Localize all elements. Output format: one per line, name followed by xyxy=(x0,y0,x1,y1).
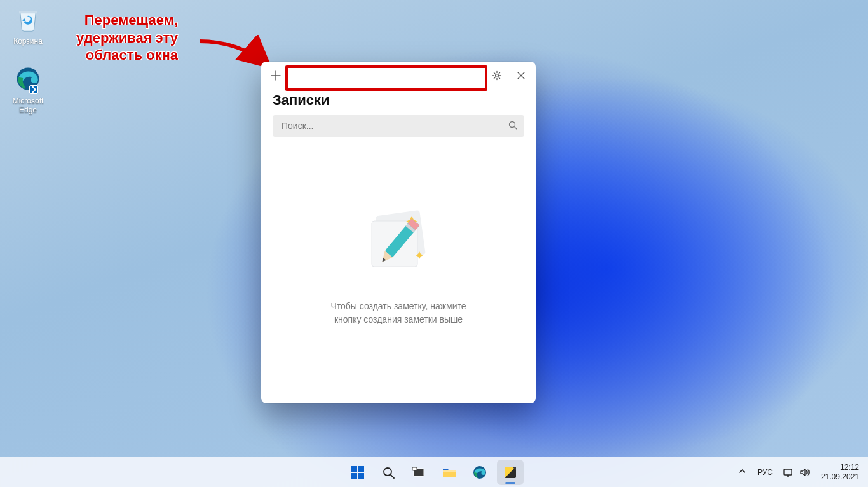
new-note-button[interactable] xyxy=(265,65,287,86)
edge-icon xyxy=(13,63,43,94)
tray-clock[interactable]: 12:12 21.09.2021 xyxy=(816,463,859,481)
taskbar: РУС 12:12 21.09.2021 xyxy=(0,457,868,487)
search-input[interactable] xyxy=(280,120,503,131)
tray-overflow-button[interactable] xyxy=(733,467,751,477)
svg-rect-17 xyxy=(443,470,456,472)
gear-icon xyxy=(492,70,502,81)
svg-point-2 xyxy=(510,122,515,128)
close-icon xyxy=(517,71,526,80)
taskbar-center-group xyxy=(344,460,524,485)
empty-state-text: кнопку создания заметки выше xyxy=(334,313,463,326)
desktop-icon-edge[interactable]: Microsoft Edge xyxy=(4,63,52,115)
taskbar-search-button[interactable] xyxy=(375,460,402,485)
volume-icon xyxy=(799,467,810,477)
svg-rect-8 xyxy=(351,466,357,472)
recycle-bin-icon xyxy=(13,4,43,34)
close-button[interactable] xyxy=(510,65,532,86)
annotation-line: удерживая эту xyxy=(76,29,178,47)
empty-state-text: Чтобы создать заметку, нажмите xyxy=(330,300,466,313)
search-icon xyxy=(508,120,518,133)
tray-language[interactable]: РУС xyxy=(754,468,776,477)
svg-point-1 xyxy=(496,74,499,77)
desktop[interactable]: Корзина Microsoft Edge Перемещаем, удерж… xyxy=(0,0,868,457)
desktop-icon-label: Корзина xyxy=(4,37,52,46)
search-box[interactable] xyxy=(273,115,524,137)
system-tray: РУС 12:12 21.09.2021 xyxy=(733,463,868,481)
svg-rect-15 xyxy=(412,467,417,470)
svg-point-12 xyxy=(384,468,391,476)
desktop-icon-label: Microsoft Edge xyxy=(4,97,52,115)
app-title: Записки xyxy=(273,92,524,109)
taskbar-app-sticky-notes[interactable] xyxy=(497,460,524,485)
search-icon xyxy=(381,465,395,479)
tray-time: 12:12 xyxy=(821,463,859,472)
windows-start-icon xyxy=(350,465,365,480)
taskbar-app-explorer[interactable] xyxy=(436,460,463,485)
window-titlebar[interactable] xyxy=(261,62,536,90)
chevron-up-icon xyxy=(738,467,746,475)
empty-state-illustration-icon xyxy=(351,202,446,284)
task-view-icon xyxy=(412,465,426,479)
annotation-line: область окна xyxy=(76,46,178,64)
svg-rect-10 xyxy=(351,473,357,479)
tray-date: 21.09.2021 xyxy=(821,472,859,481)
task-view-button[interactable] xyxy=(405,460,432,485)
settings-button[interactable] xyxy=(486,65,508,86)
svg-rect-20 xyxy=(784,469,792,475)
shortcut-badge-icon xyxy=(29,85,38,94)
annotation-text: Перемещаем, удерживая эту область окна xyxy=(76,11,178,64)
edge-icon xyxy=(472,465,487,480)
plus-icon xyxy=(271,70,281,81)
svg-rect-11 xyxy=(358,473,364,479)
empty-state: Чтобы создать заметку, нажмите кнопку со… xyxy=(273,137,524,392)
annotation-line: Перемещаем, xyxy=(76,11,178,29)
file-explorer-icon xyxy=(442,465,457,480)
taskbar-app-edge[interactable] xyxy=(466,460,493,485)
tray-quick-settings[interactable] xyxy=(779,467,813,477)
sticky-notes-icon xyxy=(503,465,518,480)
svg-rect-9 xyxy=(358,466,364,472)
start-button[interactable] xyxy=(344,460,371,485)
desktop-icon-recycle-bin[interactable]: Корзина xyxy=(4,4,52,46)
network-icon xyxy=(783,467,793,477)
sticky-notes-window: Записки xyxy=(261,62,536,403)
